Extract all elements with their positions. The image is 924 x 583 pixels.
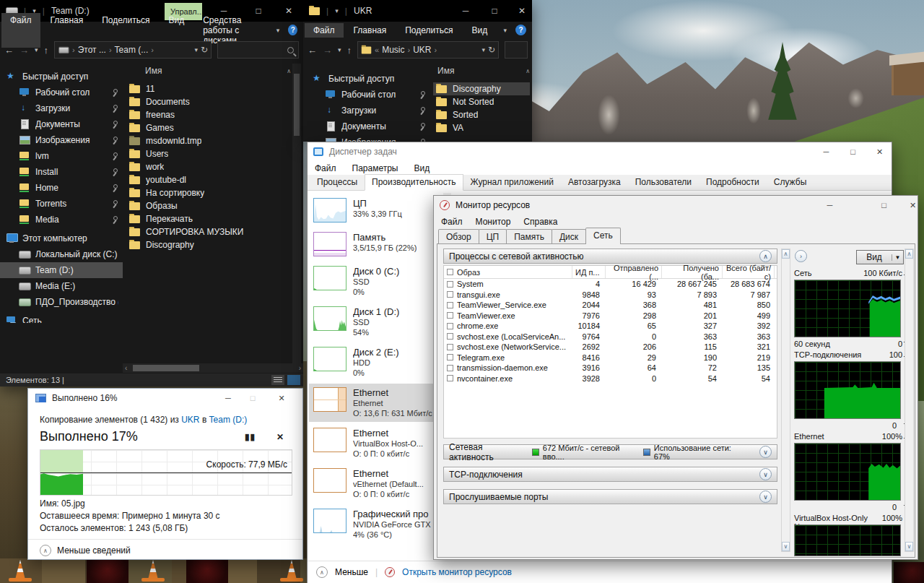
performance-item[interactable]: Ethernet Ethernet О: 13,6 П: 631 Мбит/с	[309, 384, 443, 422]
middle-scrollbar[interactable]: ∧ ∨	[781, 249, 790, 552]
menu-item[interactable]: Монитор	[476, 217, 511, 227]
back-button[interactable]: ←	[4, 45, 14, 56]
column-header-name[interactable]: Имя ∧	[433, 64, 530, 78]
pause-button[interactable]: ▮▮	[245, 432, 256, 442]
taskmgr-tab[interactable]: Службы	[767, 174, 814, 191]
folder-row[interactable]: youtube-dl	[126, 173, 291, 186]
folder-row[interactable]: VA	[433, 121, 530, 134]
folder-row[interactable]: На сортировку	[126, 186, 291, 199]
folder-row[interactable]: Not Sorted	[433, 95, 530, 108]
close-button[interactable]: ✕	[271, 389, 292, 407]
column-received[interactable]: Получено (ба...	[662, 266, 723, 278]
nav-item[interactable]: Install	[0, 164, 123, 180]
process-checkbox[interactable]	[447, 323, 453, 329]
forward-button[interactable]: →	[323, 45, 332, 56]
folder-row[interactable]: Sorted	[433, 108, 530, 121]
process-row[interactable]: svchost.exe (NetworkService... 2692 206 …	[444, 342, 777, 353]
resmon-tab[interactable]: Диск	[552, 229, 586, 244]
nav-item[interactable]: Загрузки	[0, 100, 123, 116]
address-dropdown-arrow[interactable]: ▾	[194, 46, 198, 53]
maximize-button[interactable]: □	[242, 389, 263, 407]
scrollbar-thumb[interactable]	[133, 365, 199, 371]
taskmgr-tab[interactable]: Журнал приложений	[463, 174, 561, 191]
nav-item[interactable]: Home	[0, 180, 123, 196]
scroll-up-arrow[interactable]: ∧	[782, 249, 790, 259]
column-image[interactable]: Образ	[444, 266, 572, 278]
nav-item[interactable]: Сеть	[0, 313, 123, 323]
nav-item[interactable]: Torrents	[0, 196, 123, 212]
resmon-tab[interactable]: Обзор	[438, 229, 479, 244]
help-icon[interactable]: ?	[515, 25, 526, 35]
resmon-tab[interactable]: Сеть	[585, 228, 621, 244]
ribbon-tab[interactable]: Вид	[463, 23, 496, 38]
scroll-up-arrow[interactable]: ∧	[905, 249, 913, 259]
listening-ports-section-header[interactable]: Прослушиваемые порты ∨	[443, 489, 777, 504]
ribbon-expand-arrow[interactable]: ▾	[276, 27, 280, 34]
fewer-details-button[interactable]: Меньше сведений	[57, 545, 131, 556]
menu-item[interactable]: Файл	[315, 163, 336, 173]
menu-item[interactable]: Файл	[441, 217, 463, 227]
forward-button[interactable]: →	[19, 45, 29, 56]
nav-item[interactable]: Загрузки	[306, 103, 430, 118]
performance-item[interactable]: ЦП 33% 3,39 ГГц	[309, 194, 443, 226]
minimize-button[interactable]: ─	[813, 142, 840, 161]
folder-row[interactable]: work	[126, 160, 291, 173]
menu-item[interactable]: Параметры	[352, 163, 398, 173]
resmon-titlebar[interactable]: Монитор ресурсов	[434, 196, 918, 215]
nav-item[interactable]: Быстрый доступ	[0, 69, 123, 85]
scroll-right-arrow[interactable]: ›	[299, 364, 301, 372]
address-bar[interactable]: « Music›UKR› ▾ ↻	[357, 41, 499, 59]
right-scrollbar[interactable]: ∧ ∨	[905, 249, 914, 552]
expand-section-button[interactable]: ∨	[759, 446, 772, 458]
search-input[interactable]	[217, 41, 299, 59]
column-header-name[interactable]: Имя ∧	[126, 64, 291, 78]
nav-item[interactable]: Документы	[0, 116, 123, 132]
ribbon-tab[interactable]: Главная	[345, 23, 396, 38]
process-row[interactable]: transgui.exe 9848 93 7 893 7 987	[444, 290, 777, 301]
nav-item[interactable]: Рабочий стол	[0, 85, 123, 100]
expand-panel-button[interactable]: ›	[795, 250, 807, 262]
vlc-cone-icon[interactable]	[6, 560, 35, 582]
refresh-icon[interactable]: ↻	[488, 45, 495, 55]
open-resource-monitor-link[interactable]: Открыть монитор ресурсов	[402, 567, 512, 577]
process-row[interactable]: transmission-daemon.exe 3916 64 72 135	[444, 363, 777, 373]
maximize-button[interactable]: □	[871, 196, 897, 215]
nav-item[interactable]: Team (D:)	[0, 262, 123, 278]
breadcrumb[interactable]: Team (...	[115, 45, 149, 55]
nav-item[interactable]: Изображения	[0, 132, 123, 148]
folder-row[interactable]: СОРТИРОВКА МУЗЫКИ	[126, 225, 291, 238]
taskmgr-tab[interactable]: Подробности	[699, 174, 767, 191]
minimize-button[interactable]: ─	[816, 196, 843, 215]
process-row[interactable]: TeamViewer_Service.exe 2044 368 481 850	[444, 300, 777, 311]
address-dropdown-arrow[interactable]: ▾	[481, 46, 485, 53]
minimize-button[interactable]: ─	[451, 0, 480, 22]
process-checkbox[interactable]	[447, 365, 453, 371]
minimize-button[interactable]: ─	[217, 389, 239, 407]
process-row[interactable]: svchost.exe (LocalServiceAn... 9764 0 36…	[444, 332, 777, 342]
vertical-scrollbar[interactable]	[292, 64, 301, 363]
source-link[interactable]: UKR	[181, 415, 199, 425]
scroll-down-arrow[interactable]: ∨	[782, 542, 790, 551]
taskmgr-tab[interactable]: Производительность	[365, 174, 463, 191]
process-checkbox[interactable]	[447, 333, 453, 340]
process-checkbox[interactable]	[447, 354, 453, 360]
address-bar[interactable]: ›Этот ...›Team (... › ▾ ↻	[54, 41, 212, 59]
menu-item[interactable]: Вид	[414, 163, 430, 173]
nav-item[interactable]: Документы	[306, 118, 430, 134]
process-checkbox[interactable]	[447, 375, 453, 381]
folder-row[interactable]: msdownld.tmp	[126, 134, 291, 147]
refresh-icon[interactable]: ↻	[201, 45, 208, 55]
folder-row[interactable]: freenas	[126, 108, 291, 121]
expand-section-button[interactable]: ∨	[759, 491, 772, 503]
nav-item[interactable]: Быстрый доступ	[306, 71, 430, 87]
nav-item[interactable]: Media (E:)	[0, 278, 123, 294]
close-button[interactable]: ✕	[866, 142, 893, 161]
process-checkbox[interactable]	[447, 302, 453, 308]
horizontal-scrollbar[interactable]: ‹ ›	[123, 363, 303, 373]
process-row[interactable]: TeamViewer.exe 7976 298 201 499	[444, 311, 777, 321]
close-button[interactable]: ✕	[899, 196, 924, 215]
processes-section-header[interactable]: Процессы с сетевой активностью ∧	[443, 249, 777, 264]
process-row[interactable]: System 4 16 429 28 667 245 28 683 674	[444, 279, 777, 290]
process-checkbox[interactable]	[447, 312, 453, 319]
cancel-button[interactable]: ✕	[276, 432, 284, 442]
